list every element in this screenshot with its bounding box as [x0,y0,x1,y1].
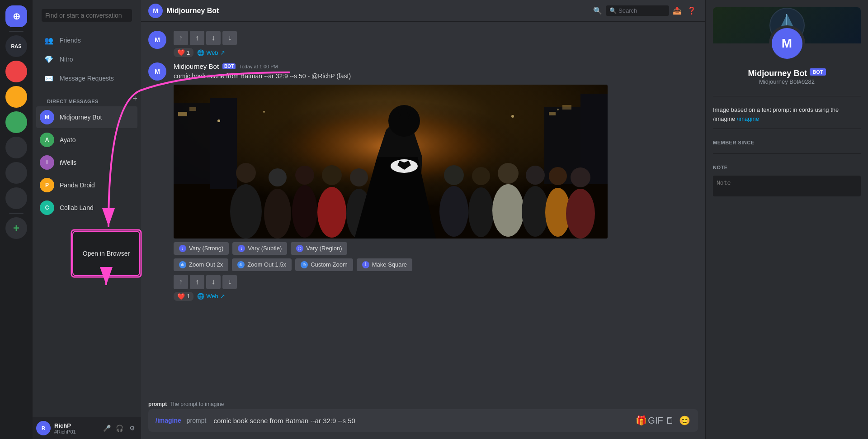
add-server-button[interactable]: + [5,217,27,239]
dm-avatar-midjourney: M [40,110,54,124]
sticker-button[interactable]: 🗒 [664,414,676,427]
chat-header-avatar: M [148,4,163,18]
profile-divider-2 [713,129,861,129]
vary-subtle-button[interactable]: ↕ Vary (Subtle) [232,242,287,255]
member-since-label: MEMBER SINCE [713,140,861,145]
dm-item-iwells[interactable]: i iWells [36,152,137,173]
dm-sidebar: 👥 Friends 💎 Nitro ✉️ Message Requests DI… [33,0,141,439]
web-link-main[interactable]: 🌐 Web ↗ [197,293,225,300]
icon-btn-down-2[interactable]: ↓ [222,275,237,289]
dm-item-panda-droid[interactable]: P Panda Droid [36,174,137,196]
svg-point-30 [468,187,494,237]
custom-zoom-button[interactable]: ⊕ Custom Zoom [295,258,353,271]
inbox-button[interactable]: 📥 [671,5,684,17]
server-icon-2[interactable] [5,61,27,82]
message-requests-item[interactable]: ✉️ Message Requests [36,69,137,87]
server-icon-3[interactable] [5,86,27,108]
message-timestamp-main: Today at 1:00 PM [239,64,278,69]
user-info: RichP #RichP01 [54,422,98,434]
reaction-emoji-1: ❤️ [177,49,185,56]
emoji-button[interactable]: 😊 [678,414,691,427]
zoom-out-2x-button[interactable]: ⊕ Zoom Out 2x [174,258,228,271]
server-divider-1 [9,31,24,32]
web-link-1[interactable]: 🌐 Web ↗ [197,49,225,56]
dm-item-midjourney-bot[interactable]: M Midjourney Bot [36,106,137,128]
message-content-1: ↑ ↑ ↓ ↓ ❤️ 1 🌐 Web ↗ [174,31,698,57]
upscale-4-button[interactable]: ↓ [222,31,237,45]
chat-input-actions: 🎁 GIF 🗒 😊 [635,414,691,427]
note-label: NOTE [713,165,861,170]
settings-button[interactable]: ⚙ [127,423,137,434]
svg-rect-4 [178,112,187,116]
deafen-button[interactable]: 🎧 [114,423,125,434]
dm-name-ayato: Ayato [60,136,76,143]
icon-btn-down-1[interactable]: ↓ [206,275,221,289]
vary-subtle-label: Vary (Subtle) [248,245,282,252]
svg-point-39 [571,167,590,187]
web-label-1: Web [206,49,218,56]
action-buttons-row-1: ↕ Vary (Strong) ↕ Vary (Subtle) ⬡ Vary (… [174,242,698,255]
vary-region-button[interactable]: ⬡ Vary (Region) [291,242,347,255]
chat-input-box: /imagine prompt 🎁 GIF 🗒 😊 [148,409,698,432]
search-bar-header[interactable]: 🔍 Search [606,5,669,16]
svg-point-12 [236,163,256,183]
dm-item-collab-land[interactable]: C Collab Land [36,197,137,219]
svg-point-31 [472,167,490,185]
svg-point-11 [230,184,262,239]
input-param-name: prompt [187,417,207,424]
gift-button[interactable]: 🎁 [635,414,647,427]
svg-point-35 [526,166,545,185]
dm-search-input[interactable] [42,9,132,22]
friends-icon: 👥 [43,35,54,46]
server-icon-7[interactable] [5,187,27,209]
input-param-label: prompt [148,401,167,407]
dm-section-header: DIRECT MESSAGES [40,91,102,106]
upscale-2-button[interactable]: ↑ [190,31,204,45]
chat-input-field[interactable] [213,417,631,425]
upscale-3-button[interactable]: ↓ [206,31,221,45]
note-input[interactable] [713,176,861,196]
svg-point-43 [557,109,559,110]
zoom-out-1-5x-label: Zoom Out 1.5x [247,261,286,268]
profile-header: M Midjourney Bot BOT Midjourney Bot#9282 [713,7,861,92]
friends-item[interactable]: 👥 Friends [36,31,137,49]
svg-point-32 [492,184,524,237]
server-icon-4[interactable] [5,111,27,133]
svg-point-40 [217,119,220,122]
search-header-button[interactable]: 🔍 [591,5,604,17]
vary-region-label: Vary (Region) [306,245,342,252]
help-button[interactable]: ❓ [685,5,698,17]
svg-point-15 [292,185,317,238]
reaction-heart-main[interactable]: ❤️ 1 [174,292,193,301]
server-divider-2 [9,213,24,214]
svg-rect-9 [549,112,556,115]
svg-point-13 [264,189,291,239]
main-chat: M Midjourney Bot 🔍 🔍 Search 📥 ❓ M [141,0,705,439]
discord-home-button[interactable]: ⊕ [5,5,27,27]
gif-button[interactable]: GIF [649,414,662,427]
nitro-item[interactable]: 💎 Nitro [36,50,137,68]
svg-point-17 [317,187,346,238]
mute-button[interactable]: 🎤 [101,423,112,434]
vary-strong-button[interactable]: ↕ Vary (Strong) [174,242,229,255]
dm-avatar-panda-droid: P [40,178,54,192]
image-attachment-main[interactable] [174,85,608,239]
batman-scene-svg [174,85,608,239]
icon-btn-up-2[interactable]: ↑ [190,275,204,289]
add-dm-button[interactable]: + [132,94,137,104]
vary-region-icon: ⬡ [296,245,303,252]
zoom-out-1-5x-button[interactable]: ⊕ Zoom Out 1.5x [232,258,292,271]
server-icon-6[interactable] [5,162,27,184]
reaction-row-1: ❤️ 1 🌐 Web ↗ [174,48,698,57]
reaction-heart-1[interactable]: ❤️ 1 [174,48,193,57]
zoom-out-1-5x-icon: ⊕ [237,261,245,268]
custom-zoom-label: Custom Zoom [311,261,348,268]
server-icon-5[interactable] [5,137,27,158]
icon-btn-up-1[interactable]: ↑ [174,275,188,289]
profile-avatar-large: M [769,25,805,62]
profile-description-link[interactable]: /imagine [737,115,759,122]
make-square-button[interactable]: 1 Make Square [357,258,412,271]
server-icon-1[interactable]: RAS [5,35,27,57]
upscale-1-button[interactable]: ↑ [174,31,188,45]
dm-item-ayato[interactable]: A Ayato [36,129,137,151]
